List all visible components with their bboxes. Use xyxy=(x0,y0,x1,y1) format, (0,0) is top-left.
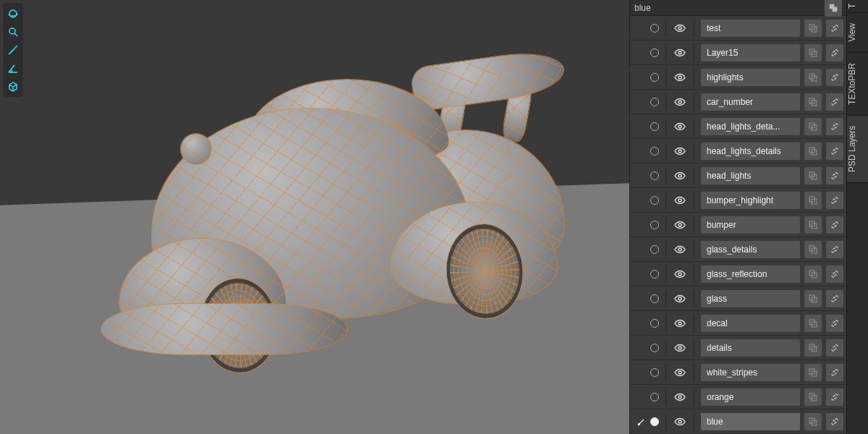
layer-select-ring[interactable] xyxy=(650,122,659,131)
layer-row[interactable]: bumper_highlight xyxy=(630,188,846,213)
layer-select-ring[interactable] xyxy=(650,24,659,33)
layer-name[interactable]: blue xyxy=(701,413,800,430)
visibility-toggle[interactable] xyxy=(673,292,687,306)
tab-textopbr[interactable]: TEXtoPBR xyxy=(847,53,868,116)
layer-link-button[interactable] xyxy=(826,216,843,234)
layer-select-ring[interactable] xyxy=(650,171,659,180)
layer-select-ring[interactable] xyxy=(650,368,659,377)
layer-row[interactable]: blue xyxy=(630,409,846,434)
layer-name[interactable]: details xyxy=(701,339,800,357)
layer-name[interactable]: Layer15 xyxy=(701,44,800,61)
layer-link-button[interactable] xyxy=(826,20,843,37)
layer-name[interactable]: car_number xyxy=(701,93,800,111)
layer-name[interactable]: white_stripes xyxy=(701,364,800,381)
layer-link-button[interactable] xyxy=(826,69,843,86)
layer-name[interactable]: glass_reflection xyxy=(701,265,800,283)
layer-copy-button[interactable] xyxy=(804,20,822,37)
layer-link-button[interactable] xyxy=(826,142,843,160)
car-mesh[interactable] xyxy=(101,58,571,369)
layer-link-button[interactable] xyxy=(826,364,843,381)
layer-list[interactable]: test Layer15 xyxy=(630,16,846,434)
layer-row[interactable]: orange xyxy=(630,385,846,409)
layer-name[interactable]: glass_details xyxy=(701,241,800,258)
visibility-toggle[interactable] xyxy=(673,21,687,35)
visibility-toggle[interactable] xyxy=(673,193,687,208)
zoom-tool[interactable] xyxy=(4,23,22,41)
layer-select-ring[interactable] xyxy=(650,196,659,205)
layer-row[interactable]: car_number xyxy=(630,90,846,114)
layer-name[interactable]: head_lights_details xyxy=(701,142,800,160)
layer-select-ring[interactable] xyxy=(650,417,659,426)
layer-select-ring[interactable] xyxy=(650,294,659,303)
layer-copy-button[interactable] xyxy=(804,265,822,283)
orbit-tool[interactable] xyxy=(4,5,22,22)
visibility-toggle[interactable] xyxy=(673,390,687,404)
panel-menu-button[interactable] xyxy=(825,0,842,17)
layer-row[interactable]: highlights xyxy=(630,65,846,90)
tab-psd-layers[interactable]: PSD Layers xyxy=(847,116,868,183)
visibility-toggle[interactable] xyxy=(673,365,687,380)
visibility-toggle[interactable] xyxy=(673,95,687,109)
layer-copy-button[interactable] xyxy=(804,339,822,357)
layer-row[interactable]: details xyxy=(630,336,846,360)
layer-select-ring[interactable] xyxy=(650,48,659,57)
layer-select-ring[interactable] xyxy=(650,270,659,278)
layer-copy-button[interactable] xyxy=(804,44,822,61)
layer-row[interactable]: white_stripes xyxy=(630,360,846,385)
layer-name[interactable]: orange xyxy=(701,388,800,406)
layer-copy-button[interactable] xyxy=(804,388,822,406)
layer-name[interactable]: glass xyxy=(701,290,800,307)
layer-row[interactable]: glass xyxy=(630,286,846,311)
viewport-3d[interactable] xyxy=(0,0,629,434)
layer-row[interactable]: glass_details xyxy=(630,237,846,262)
layer-row[interactable]: head_lights xyxy=(630,163,846,188)
layer-row[interactable]: decal xyxy=(630,311,846,336)
add-cube-tool[interactable] xyxy=(4,77,22,95)
layer-link-button[interactable] xyxy=(826,290,843,307)
layer-copy-button[interactable] xyxy=(804,192,822,209)
layer-name[interactable]: test xyxy=(701,20,800,37)
layer-select-ring[interactable] xyxy=(650,344,659,352)
layer-copy-button[interactable] xyxy=(804,216,822,234)
layer-select-ring[interactable] xyxy=(650,73,659,82)
layer-row[interactable]: head_lights_deta... xyxy=(630,114,846,139)
tab-view[interactable]: View xyxy=(847,13,868,53)
layer-copy-button[interactable] xyxy=(804,167,822,184)
layer-link-button[interactable] xyxy=(826,44,843,61)
layer-link-button[interactable] xyxy=(826,413,843,430)
layer-link-button[interactable] xyxy=(826,241,843,258)
layer-name[interactable]: head_lights_deta... xyxy=(701,118,800,135)
layer-row[interactable]: Layer15 xyxy=(630,41,846,65)
visibility-toggle[interactable] xyxy=(673,70,687,85)
visibility-toggle[interactable] xyxy=(673,144,687,158)
layer-row[interactable]: test xyxy=(630,16,846,41)
layer-link-button[interactable] xyxy=(826,118,843,135)
layer-name[interactable]: decal xyxy=(701,315,800,332)
visibility-toggle[interactable] xyxy=(673,119,687,134)
visibility-toggle[interactable] xyxy=(673,242,687,257)
visibility-toggle[interactable] xyxy=(673,414,687,429)
ruler-tool[interactable] xyxy=(4,41,22,59)
layer-copy-button[interactable] xyxy=(804,290,822,307)
visibility-toggle[interactable] xyxy=(673,267,687,281)
layer-link-button[interactable] xyxy=(826,192,843,209)
layer-select-ring[interactable] xyxy=(650,393,659,401)
visibility-toggle[interactable] xyxy=(673,169,687,183)
layer-select-ring[interactable] xyxy=(650,147,659,156)
layer-copy-button[interactable] xyxy=(804,93,822,111)
protractor-tool[interactable] xyxy=(4,59,22,77)
layer-link-button[interactable] xyxy=(826,388,843,406)
layer-name[interactable]: head_lights xyxy=(701,167,800,184)
visibility-toggle[interactable] xyxy=(673,341,687,355)
layer-link-button[interactable] xyxy=(826,339,843,357)
visibility-toggle[interactable] xyxy=(673,46,687,60)
layer-select-ring[interactable] xyxy=(650,221,659,229)
layer-select-ring[interactable] xyxy=(650,98,659,106)
layer-copy-button[interactable] xyxy=(804,142,822,160)
visibility-toggle[interactable] xyxy=(673,218,687,232)
layer-copy-button[interactable] xyxy=(804,241,822,258)
layer-link-button[interactable] xyxy=(826,93,843,111)
layer-name[interactable]: bumper_highlight xyxy=(701,192,800,209)
layer-row[interactable]: bumper xyxy=(630,213,846,237)
layer-row[interactable]: head_lights_details xyxy=(630,139,846,163)
